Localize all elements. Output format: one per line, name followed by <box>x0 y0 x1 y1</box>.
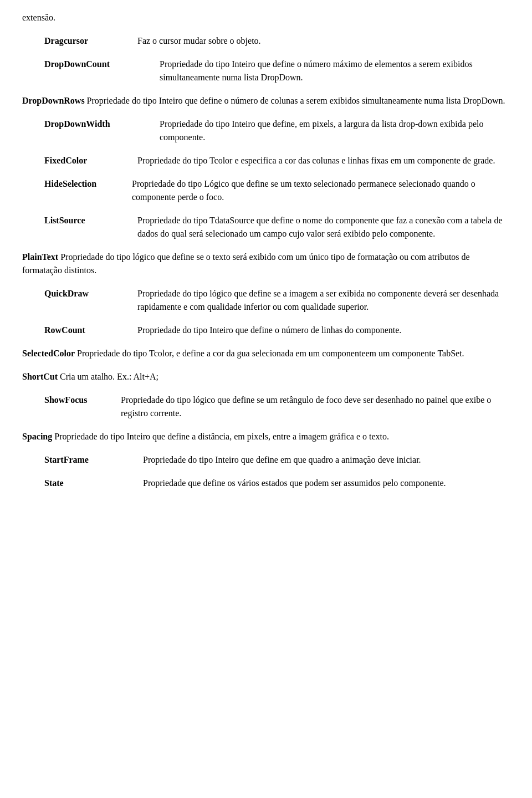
entry-fixedcolor: FixedColor Propriedade do tipo Tcolor e … <box>22 154 510 167</box>
term-hideselection: HideSelection <box>22 177 127 204</box>
desc-listsource: Propriedade do tipo TdataSource que defi… <box>137 214 510 241</box>
entry-dragcursor: Dragcursor Faz o cursor mudar sobre o ob… <box>22 34 510 48</box>
term-startframe: StartFrame <box>44 453 139 467</box>
term-shortcut: ShortCut <box>22 372 58 381</box>
term-spacing: Spacing <box>22 432 52 441</box>
term-dropdowncount: DropDownCount <box>44 58 155 84</box>
term-dragcursor: Dragcursor <box>44 34 133 48</box>
entry-dropdownrows: DropDownRows Propriedade do tipo Inteiro… <box>22 94 510 108</box>
desc-selectedcolor: Propriedade do tipo Tcolor, e define a c… <box>77 349 464 358</box>
term-listsource: ListSource <box>44 214 133 241</box>
desc-dropdowncount: Propriedade do tipo Inteiro que define o… <box>160 58 510 84</box>
desc-dropdownrows: Propriedade do tipo Inteiro que define o… <box>87 96 505 105</box>
entry-startframe: StartFrame Propriedade do tipo Inteiro q… <box>22 453 510 467</box>
desc-showfocus: Propriedade do tipo lógico que define se… <box>121 393 510 420</box>
entry-shortcut: ShortCut Cria um atalho. Ex.: Alt+A; <box>22 370 510 383</box>
desc-quickdraw: Propriedade do tipo lógico que define se… <box>137 287 510 314</box>
term-quickdraw: QuickDraw <box>44 287 133 314</box>
term-plaintext: PlainText <box>22 252 58 262</box>
desc-startframe: Propriedade do tipo Inteiro que define e… <box>143 453 421 467</box>
term-showfocus: ShowFocus <box>22 393 116 420</box>
desc-dropdownwidth: Propriedade do tipo Inteiro que define, … <box>160 117 510 144</box>
entry-showfocus: ShowFocus Propriedade do tipo lógico que… <box>22 393 510 420</box>
desc-spacing: Propriedade do tipo Inteiro que define a… <box>54 432 389 441</box>
term-selectedcolor: SelectedColor <box>22 349 75 358</box>
desc-state: Propriedade que define os vários estados… <box>143 477 446 490</box>
desc-hideselection: Propriedade do tipo Lógico que define se… <box>132 177 510 204</box>
term-dropdownrows: DropDownRows <box>22 96 85 105</box>
entry-selectedcolor: SelectedColor Propriedade do tipo Tcolor… <box>22 347 510 360</box>
term-rowcount: RowCount <box>44 324 133 337</box>
desc-shortcut: Cria um atalho. Ex.: Alt+A; <box>60 372 158 381</box>
entry-dropdowncount: DropDownCount Propriedade do tipo Inteir… <box>22 58 510 84</box>
desc-rowcount: Propriedade do tipo Inteiro que define o… <box>137 324 401 337</box>
term-fixedcolor: FixedColor <box>44 154 133 167</box>
extensao-text: extensão. <box>22 13 55 22</box>
term-state: State <box>44 477 139 490</box>
entry-dropdownwidth: DropDownWidth Propriedade do tipo Inteir… <box>22 117 510 144</box>
entry-plaintext: PlainText Propriedade do tipo lógico que… <box>22 250 510 277</box>
desc-plaintext: Propriedade do tipo lógico que define se… <box>22 252 470 275</box>
entry-state: State Propriedade que define os vários e… <box>22 477 510 490</box>
extensao-line: extensão. <box>22 11 510 24</box>
desc-dragcursor: Faz o cursor mudar sobre o objeto. <box>137 34 261 48</box>
desc-fixedcolor: Propriedade do tipo Tcolor e especifica … <box>137 154 495 167</box>
entry-spacing: Spacing Propriedade do tipo Inteiro que … <box>22 430 510 443</box>
entry-quickdraw: QuickDraw Propriedade do tipo lógico que… <box>22 287 510 314</box>
entry-rowcount: RowCount Propriedade do tipo Inteiro que… <box>22 324 510 337</box>
entry-listsource: ListSource Propriedade do tipo TdataSour… <box>22 214 510 241</box>
term-dropdownwidth: DropDownWidth <box>44 117 155 144</box>
entry-hideselection: HideSelection Propriedade do tipo Lógico… <box>22 177 510 204</box>
